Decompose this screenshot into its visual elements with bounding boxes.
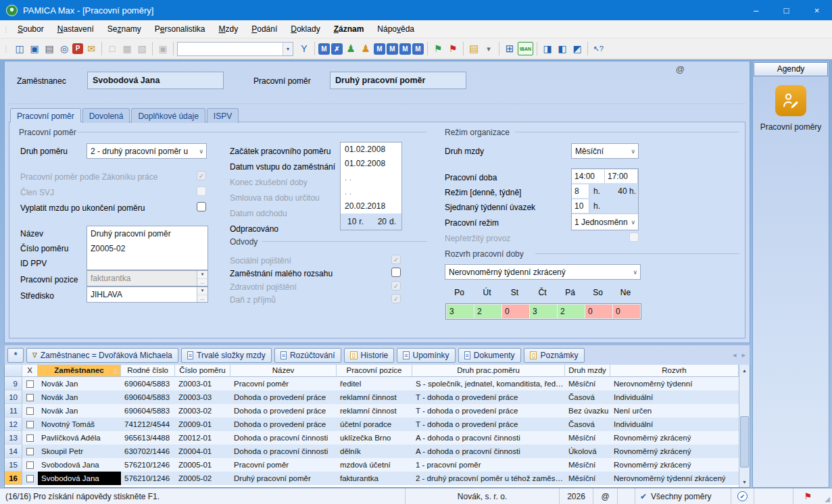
filter-icon[interactable]: Y xyxy=(297,42,311,55)
cell-pracovni-pozice[interactable]: mzdová účetní xyxy=(337,458,412,472)
cell-nazev[interactable]: Pracovní poměr xyxy=(230,458,337,472)
menu-podani[interactable]: Podání xyxy=(245,21,284,37)
cell-zamestnanec[interactable]: Svobodová Jana xyxy=(38,458,121,472)
vertical-scrollbar[interactable]: ▲ ▼ xyxy=(739,365,750,487)
status-flag[interactable]: ⚑ xyxy=(793,488,823,504)
tab-doplnkove-udaje[interactable]: Doplňkové údaje xyxy=(131,108,205,123)
zacatek-input[interactable]: 01.02.2008 xyxy=(341,143,401,157)
header-x[interactable]: X xyxy=(22,365,38,376)
tab-rozuctovani[interactable]: ≡ Rozúčtování xyxy=(274,348,341,363)
druh-mzdy-select[interactable]: Měsíční ∨ xyxy=(571,143,639,159)
header-pracovni-pozice[interactable]: Pracovní pozice xyxy=(337,365,412,376)
maly-rozsah-checkbox[interactable] xyxy=(391,268,401,277)
row-checkbox[interactable] xyxy=(26,421,34,428)
table-row[interactable]: 16 Svobodová Jana 576210/1246 Z0005-02 D… xyxy=(5,472,739,485)
cell-druh-prac-pomeru[interactable]: A - dohoda o pracovní činnosti xyxy=(412,431,565,445)
cell-pracovni-pozice[interactable]: dělník xyxy=(337,445,412,458)
cell-rozvrh[interactable]: Není určen xyxy=(610,404,739,418)
person-green-icon[interactable]: ♟ xyxy=(344,42,358,55)
cell-zamestnanec[interactable]: Svobodová Jana xyxy=(38,472,121,485)
day-hours-cell[interactable]: 0 xyxy=(613,305,640,318)
cell-cislo-pomeru[interactable]: Z0003-01 xyxy=(175,377,230,390)
save-copy-icon[interactable]: ▧ xyxy=(135,42,149,55)
cell-nazev[interactable]: Dohoda o provedení práce xyxy=(230,418,337,431)
table-row[interactable]: 9 Novák Jan 690604/5883 Z0003-01 Pracovn… xyxy=(5,377,739,390)
scroll-left-icon[interactable]: ◂ xyxy=(733,351,737,359)
rozvrh-select[interactable]: Nerovnoměrný týdenní zkrácený ∨ xyxy=(445,264,641,280)
header-nazev[interactable]: Název xyxy=(230,365,337,376)
row-checkbox[interactable] xyxy=(26,407,34,415)
cell-cislo-pomeru[interactable]: Z0005-02 xyxy=(175,472,230,485)
cell-druh-mzdy[interactable]: Měsíční xyxy=(565,377,610,390)
tab-poznamky[interactable]: ▯ Poznámky xyxy=(524,348,585,363)
agenda-item-pracovni-pomery[interactable]: Pracovní poměry xyxy=(753,85,829,132)
cell-druh-prac-pomeru[interactable]: 1 - pracovní poměr xyxy=(412,458,565,472)
exit-agenda-icon[interactable]: ◫ xyxy=(13,42,26,55)
row-number[interactable]: 16 xyxy=(5,472,22,485)
mzdy-hours-icon[interactable]: M xyxy=(374,43,385,55)
menu-soubor[interactable]: Soubor xyxy=(11,21,51,37)
row-select-cell[interactable] xyxy=(22,431,38,445)
row-number[interactable]: 13 xyxy=(5,431,22,445)
iban-icon[interactable]: IBAN xyxy=(518,42,533,55)
cell-rozvrh[interactable]: Rovnoměrný zkrácený xyxy=(610,445,739,458)
pracovni-pomery-icon[interactable] xyxy=(775,85,806,116)
cell-pracovni-pozice[interactable]: fakturantka xyxy=(337,472,412,485)
cell-rodne-cislo[interactable]: 630702/1446 xyxy=(121,445,175,458)
table-row[interactable]: 13 Pavlíčková Adéla 965613/4488 Z0012-01… xyxy=(5,431,739,445)
cell-pracovni-pozice[interactable]: uklízečka Brno xyxy=(337,431,412,445)
print-preview-icon[interactable]: ◎ xyxy=(57,42,71,55)
vyplatit-checkbox[interactable] xyxy=(197,202,206,211)
cell-zamestnanec[interactable]: Novák Jan xyxy=(38,390,121,404)
cell-rodne-cislo[interactable]: 690604/5883 xyxy=(121,377,175,390)
tab-dokumenty[interactable]: ≡ Dokumenty xyxy=(458,348,521,363)
table-row[interactable]: 15 Svobodová Jana 576210/1246 Z0005-01 P… xyxy=(5,458,739,472)
cell-zamestnanec[interactable]: Novotný Tomáš xyxy=(38,418,121,431)
tab-filter-employee[interactable]: ∇ Zaměstnanec = Dvořáková Michaela xyxy=(26,348,178,363)
row-checkbox[interactable] xyxy=(26,448,34,455)
table-row[interactable]: 11 Novák Jan 690604/5883 Z0003-02 Dohoda… xyxy=(5,404,739,418)
cell-druh-prac-pomeru[interactable]: T - dohoda o provedení práce xyxy=(412,390,565,404)
menu-seznamy[interactable]: Seznamy xyxy=(101,21,148,37)
stredisko-input[interactable]: JIHLAVA ▾… xyxy=(87,286,208,303)
cell-druh-mzdy[interactable]: Měsíční xyxy=(565,431,610,445)
send-mail-icon[interactable]: ✉ xyxy=(84,42,98,55)
day-hours-cell[interactable]: 2 xyxy=(558,305,585,318)
resize-grip[interactable]: ◢ xyxy=(823,488,832,504)
tab-trvale-slozky-mzdy[interactable]: ≡ Trvalé složky mzdy xyxy=(181,348,272,363)
cell-zamestnanec[interactable]: Pavlíčková Adéla xyxy=(38,431,121,445)
id-ppv-input[interactable] xyxy=(87,256,207,271)
cislo-pomeru-input[interactable]: Z0005-02 xyxy=(87,241,207,256)
cell-rozvrh[interactable]: Nerovnoměrný týdenní zkrácený xyxy=(610,472,739,485)
cell-cislo-pomeru[interactable]: Z0003-02 xyxy=(175,404,230,418)
copy-icon[interactable]: ▣ xyxy=(156,42,170,55)
cell-zamestnanec[interactable]: Novák Jan xyxy=(38,404,121,418)
cell-nazev[interactable]: Dohoda o provedení práce xyxy=(230,404,337,418)
scroll-down-icon[interactable]: ▼ xyxy=(739,476,750,487)
folder-dropdown-icon[interactable]: ▾ xyxy=(482,42,495,55)
scrollbar-track[interactable] xyxy=(739,376,750,476)
employee-value-box[interactable]: Svobodová Jana xyxy=(87,72,224,89)
table-row[interactable]: 12 Novotný Tomáš 741212/4544 Z0009-01 Do… xyxy=(5,418,739,431)
header-cislo-pomeru[interactable]: Číslo poměru xyxy=(175,365,230,376)
row-number[interactable]: 11 xyxy=(5,404,22,418)
tab-all[interactable]: * xyxy=(7,348,24,363)
table-row[interactable]: 10 Novák Jan 690604/5883 Z0003-03 Dohoda… xyxy=(5,390,739,404)
row-select-cell[interactable] xyxy=(22,472,38,485)
tab-pracovni-pomer[interactable]: Pracovní poměr xyxy=(10,108,81,122)
row-checkbox[interactable] xyxy=(26,394,34,401)
minimize-button[interactable]: – xyxy=(741,0,771,20)
vstup-input[interactable]: 01.02.2008 xyxy=(341,157,401,171)
header-rodne-cislo[interactable]: Rodné číslo xyxy=(121,365,175,376)
cell-rodne-cislo[interactable]: 690604/5883 xyxy=(121,404,175,418)
copy-record-icon[interactable]: ▣ xyxy=(28,42,41,55)
header-rozvrh[interactable]: Rozvrh xyxy=(610,365,739,376)
row-number[interactable]: 15 xyxy=(5,458,22,472)
tab-ispv[interactable]: ISPV xyxy=(207,108,239,123)
row-select-cell[interactable] xyxy=(22,390,38,404)
uvazek-input[interactable]: 10 xyxy=(572,199,589,213)
close-button[interactable]: × xyxy=(802,0,832,20)
scrollbar-thumb[interactable] xyxy=(740,416,749,468)
mzdy-month-icon[interactable]: M xyxy=(399,43,411,55)
cell-druh-prac-pomeru[interactable]: T - dohoda o provedení práce xyxy=(412,418,565,431)
